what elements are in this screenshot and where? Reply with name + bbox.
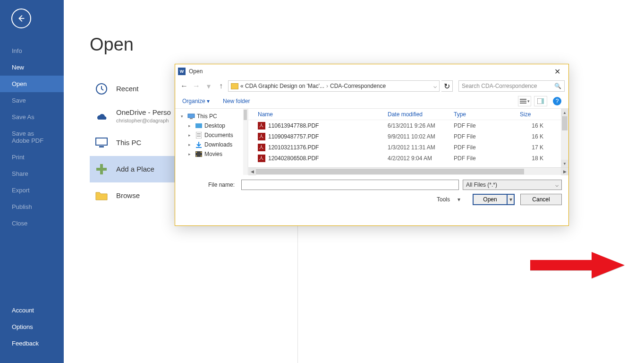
nav-up-button[interactable]: ↑ [216, 81, 226, 91]
tree-scrollbar[interactable] [243, 109, 247, 175]
nav-history-button[interactable]: ▾ [203, 81, 214, 91]
search-input[interactable]: Search CDA-Correspondence 🔍 [458, 80, 565, 92]
organize-button[interactable]: Organize ▾ [182, 98, 210, 104]
filename-row: File name: All Files (*.*) ⌵ [175, 175, 568, 192]
mov-icon [195, 151, 203, 157]
svg-rect-31 [530, 260, 592, 270]
svg-rect-28 [196, 156, 197, 156]
preview-pane-button[interactable] [534, 96, 547, 106]
tree-label: This PC [197, 113, 217, 120]
column-headers: Name Date modified Type Size [248, 109, 568, 120]
svg-rect-25 [196, 147, 202, 148]
breadcrumb-segment[interactable]: CDA-Correspondence [330, 83, 386, 89]
file-name: 110909487757.PDF [268, 133, 319, 140]
down-icon [195, 141, 203, 148]
col-name[interactable]: Name [258, 111, 388, 118]
file-name: 120402806508.PDF [268, 155, 319, 162]
sidebar-item-save-as[interactable]: Save As [0, 109, 64, 125]
pdf-icon [258, 133, 265, 140]
svg-rect-17 [542, 98, 544, 104]
file-type-filter[interactable]: All Files (*.*) ⌵ [463, 180, 562, 190]
file-row[interactable]: 110909487757.PDF9/9/2011 10:02 AMPDF Fil… [248, 131, 568, 142]
file-type: PDF File [454, 133, 520, 140]
sidebar-item-share[interactable]: Share [0, 165, 64, 182]
svg-rect-10 [99, 146, 104, 147]
dialog-toolbar: Organize ▾ New folder ▾ ? [175, 94, 568, 109]
expander-icon[interactable]: ▾ [181, 114, 186, 119]
tree-node-movies[interactable]: ▸Movies [177, 149, 247, 159]
back-button[interactable] [11, 9, 31, 28]
open-split-button: Open ▾ [473, 194, 515, 205]
open-dropdown-button[interactable]: ▾ [507, 194, 515, 205]
file-row[interactable]: 120103211376.PDF1/3/2012 11:31 AMPDF Fil… [248, 142, 568, 153]
file-row[interactable]: 120402806508.PDF4/2/2012 9:04 AMPDF File… [248, 153, 568, 164]
address-bar[interactable]: « CDA Graphic Design on 'Mac'... › CDA-C… [228, 80, 440, 92]
browse-icon [94, 189, 109, 203]
svg-rect-18 [188, 114, 195, 118]
svg-rect-30 [201, 156, 202, 156]
file-size: 18 K [520, 155, 543, 162]
new-folder-button[interactable]: New folder [223, 98, 250, 104]
file-open-dialog: W Open ✕ ← → ▾ ↑ « CDA Graphic Design on… [175, 64, 569, 226]
dialog-navbar: ← → ▾ ↑ « CDA Graphic Design on 'Mac'...… [175, 78, 568, 94]
refresh-button[interactable]: ↻ [441, 80, 453, 92]
dialog-title: Open [189, 68, 203, 75]
col-date[interactable]: Date modified [388, 111, 454, 118]
dialog-close-button[interactable]: ✕ [549, 66, 566, 77]
file-row[interactable]: 110613947788.PDF6/13/2011 9:26 AMPDF Fil… [248, 120, 568, 131]
breadcrumb-segment[interactable]: « CDA Graphic Design on 'Mac'... [240, 83, 324, 89]
sidebar-item-close[interactable]: Close [0, 215, 64, 232]
breadcrumb-sep-icon: › [326, 83, 328, 89]
expander-icon[interactable]: ▸ [188, 152, 193, 156]
sidebar-item-open[interactable]: Open [0, 76, 64, 92]
expander-icon[interactable]: ▸ [188, 123, 193, 128]
tree-node-downloads[interactable]: ▸Downloads [177, 140, 247, 149]
place-label: Recent [116, 85, 139, 93]
vertical-scrollbar[interactable]: ▲▼ [561, 109, 568, 167]
col-type[interactable]: Type [454, 111, 520, 118]
sidebar-item-account[interactable]: Account [0, 302, 64, 319]
sidebar-item-save[interactable]: Save [0, 92, 64, 109]
chevron-down-icon[interactable]: ⌵ [433, 83, 437, 89]
nav-back-button[interactable]: ← [179, 81, 189, 91]
view-list-button[interactable]: ▾ [518, 96, 531, 106]
desktop-icon [195, 122, 203, 129]
open-button[interactable]: Open [473, 194, 507, 205]
dialog-titlebar: W Open ✕ [175, 64, 568, 78]
tree-node-this-pc[interactable]: ▾This PC [177, 112, 247, 121]
filename-input[interactable] [241, 180, 459, 190]
sidebar-item-save-as-adobe-pdf[interactable]: Save as Adobe PDF [0, 125, 64, 149]
nav-forward-button[interactable]: → [191, 81, 202, 91]
svg-rect-23 [197, 135, 201, 135]
pdf-icon [258, 155, 265, 162]
cancel-button[interactable]: Cancel [520, 194, 562, 205]
file-type: PDF File [454, 122, 520, 129]
sidebar-item-publish[interactable]: Publish [0, 199, 64, 215]
filename-label: File name: [181, 182, 237, 188]
onedrive-icon [94, 109, 109, 123]
search-placeholder: Search CDA-Correspondence [462, 83, 537, 89]
file-size: 16 K [520, 122, 543, 129]
tools-button[interactable]: Tools [437, 196, 450, 203]
sidebar-item-options[interactable]: Options [0, 319, 64, 335]
horizontal-scrollbar[interactable]: ◀▶ [248, 167, 568, 175]
col-size[interactable]: Size [520, 111, 543, 118]
sidebar-item-new[interactable]: New [0, 59, 64, 76]
sidebar-item-print[interactable]: Print [0, 149, 64, 165]
file-list: Name Date modified Type Size 11061394778… [248, 109, 568, 175]
chevron-down-icon[interactable]: ▾ [458, 196, 460, 203]
tree-label: Movies [204, 151, 222, 157]
sidebar-item-info[interactable]: Info [0, 43, 64, 59]
chevron-down-icon: ⌵ [555, 182, 559, 188]
filter-value: All Files (*.*) [466, 182, 497, 188]
file-date: 1/3/2012 11:31 AM [388, 144, 454, 151]
help-button[interactable]: ? [553, 97, 561, 105]
back-arrow-icon [16, 13, 26, 24]
sidebar-item-feedback[interactable]: Feedback [0, 335, 64, 352]
svg-rect-9 [96, 138, 107, 145]
tree-node-desktop[interactable]: ▸Desktop [177, 121, 247, 130]
expander-icon[interactable]: ▸ [188, 133, 193, 138]
expander-icon[interactable]: ▸ [188, 142, 193, 147]
sidebar-item-export[interactable]: Export [0, 182, 64, 199]
tree-node-documents[interactable]: ▸Documents [177, 130, 247, 140]
